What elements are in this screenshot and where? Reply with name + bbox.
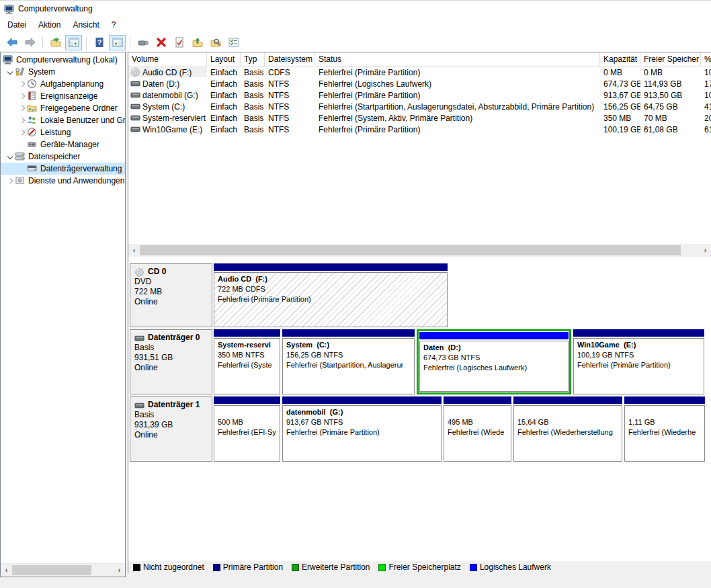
volume-row-audio-cd-f[interactable]: Audio CD (F:)EinfachBasisCDFSFehlerfrei … (128, 67, 711, 78)
scroll-thumb[interactable] (140, 245, 681, 255)
chevron-right-icon[interactable] (19, 93, 25, 99)
cell-layout: Einfach (207, 68, 241, 77)
volume-row-system-reserviert[interactable]: System-reserviertEinfachBasisNTFSFehlerf… (128, 112, 711, 124)
sidebar-item-computerverwaltung-lokal[interactable]: Computerverwaltung (Lokal) (1, 54, 125, 66)
sidebar-item-ger-te-manager[interactable]: Geräte-Manager (1, 138, 125, 151)
back-button[interactable] (3, 35, 20, 50)
scroll-left-arrow-icon[interactable]: ‹ (1, 564, 12, 576)
volume-row-datenmobil-g[interactable]: datenmobil (G:)EinfachBasisNTFSFehlerfre… (128, 89, 711, 101)
partition-body: datenmobil (G:)913,67 GB NTFSFehlerfrei … (282, 405, 442, 462)
folder-arrow-icon (50, 37, 61, 48)
chevron-right-icon[interactable] (19, 118, 25, 123)
menu-item-aktion[interactable]: Aktion (32, 17, 67, 32)
folder-up-button[interactable] (189, 35, 206, 50)
legend-label: Nicht zugeordnet (143, 562, 204, 572)
sidebar-item-datenspeicher[interactable]: Datenspeicher (1, 151, 125, 163)
tree-expander[interactable] (17, 106, 27, 110)
cell-status: Fehlerfrei (Primäre Partition) (315, 125, 600, 134)
tree-expander[interactable] (17, 130, 27, 134)
primary-partition-strip (444, 396, 511, 404)
primary-partition-strip (624, 396, 705, 404)
cell-typ: Basis (241, 68, 265, 77)
column-header-layout[interactable]: Layout (207, 52, 241, 66)
forward-button[interactable] (22, 35, 38, 50)
sidebar-item-system[interactable]: System (1, 66, 125, 78)
column-header-dateisystem[interactable]: Dateisystem (265, 52, 315, 66)
sidebar-item-aufgabenplanung[interactable]: Aufgabenplanung (1, 78, 125, 90)
volume-row-win10game-e[interactable]: Win10Game (E:)EinfachBasisNTFSFehlerfrei… (128, 124, 711, 135)
show-console-tree-button[interactable] (65, 35, 82, 50)
tree-horizontal-scrollbar[interactable]: ‹ › (1, 563, 125, 577)
disk-tool-button[interactable] (134, 35, 151, 50)
check-volume-button[interactable] (171, 35, 187, 50)
partition-datenmobil-g[interactable]: datenmobil (G:)913,67 GB NTFSFehlerfrei … (282, 396, 442, 462)
chevron-right-icon[interactable] (7, 178, 13, 183)
sidebar-item-ereignisanzeige[interactable]: Ereignisanzeige (1, 90, 125, 102)
menu-item-help[interactable]: ? (106, 17, 122, 32)
column-header-volume[interactable]: Volume (128, 52, 207, 66)
drive-icon (130, 113, 140, 123)
column-header-typ[interactable]: Typ (241, 52, 265, 66)
show-action-pane-button[interactable] (109, 35, 126, 50)
sidebar-item-datentr-gerverwaltung[interactable]: Datenträgerverwaltung (1, 163, 125, 175)
menu-item-ansicht[interactable]: Ansicht (67, 17, 105, 32)
partition-status: Fehlerfrei (Wiede (448, 427, 511, 437)
sidebar-item-lokale-benutzer-und-gru[interactable]: Lokale Benutzer und Gru (1, 114, 125, 126)
column-header-freier-speicher[interactable]: Freier Speicher (640, 52, 701, 66)
partition-system-reservi[interactable]: System-reservi350 MB NTFSFehlerfrei (Sys… (214, 329, 280, 394)
chevron-down-icon[interactable] (7, 154, 13, 159)
chevron-right-icon[interactable] (19, 81, 25, 87)
column-header-frei[interactable]: % frei (701, 52, 711, 66)
chevron-right-icon[interactable] (19, 130, 25, 135)
disk-header-datentr-ger-1[interactable]: Datenträger 1Basis931,39 GBOnline (130, 396, 212, 462)
tree-expander[interactable] (5, 179, 15, 183)
sidebar-item-freigegebene-ordner[interactable]: Freigegebene Ordner (1, 102, 125, 114)
scroll-thumb[interactable] (12, 565, 91, 575)
primary-partition-strip (214, 329, 280, 337)
column-header-kapazit-t[interactable]: Kapazität (600, 52, 640, 66)
partition-495-mb[interactable]: 495 MBFehlerfrei (Wiede (444, 396, 511, 462)
delete-volume-button[interactable] (153, 35, 169, 50)
partition-size: 1,11 GB (628, 417, 704, 427)
partition-audio-cd-f[interactable]: Audio CD (F:)722 MB CDFSFehlerfrei (Prim… (214, 263, 448, 327)
chevron-right-icon[interactable] (19, 106, 25, 111)
folder-search-button[interactable] (207, 35, 224, 50)
tree-expander[interactable] (5, 155, 15, 159)
cd-icon (134, 267, 145, 277)
partition-body: System-reservi350 MB NTFSFehlerfrei (Sys… (214, 338, 280, 394)
volume-row-daten-d[interactable]: Daten (D:)EinfachBasisNTFSFehlerfrei (Lo… (128, 78, 711, 89)
volume-name: System (C:) (142, 102, 185, 112)
task-list-button[interactable] (225, 35, 242, 50)
partition-500-mb[interactable]: 500 MBFehlerfrei (EFI-Sy (214, 396, 280, 462)
list-horizontal-scrollbar[interactable]: ‹ › (128, 244, 711, 257)
partition-name (218, 407, 280, 417)
partition-15-64-gb[interactable]: 15,64 GBFehlerfrei (Wiederherstellung (513, 396, 622, 462)
disk-name: Datenträger 1 (148, 400, 200, 410)
tree-expander[interactable] (5, 70, 15, 74)
disk-header-cd-0[interactable]: CD 0DVD722 MBOnline (130, 263, 212, 327)
sidebar-item-dienste-und-anwendungen[interactable]: Dienste und Anwendungen (1, 175, 125, 187)
partition-daten-d[interactable]: Daten (D:)674,73 GB NTFSFehlerfrei (Logi… (419, 332, 569, 392)
partition-win10game-e[interactable]: Win10Game (E:)100,19 GB NTFSFehlerfrei (… (573, 329, 704, 394)
partition-system-c[interactable]: System (C:)156,25 GB NTFSFehlerfrei (Sta… (282, 329, 415, 394)
sidebar-item-leistung[interactable]: Leistung (1, 126, 125, 138)
help-button[interactable]: ? (91, 35, 108, 50)
partition-1-11-gb[interactable]: 1,11 GBFehlerfrei (Wiederhe (624, 396, 705, 462)
chevron-down-icon[interactable] (7, 69, 13, 75)
menu-item-datei[interactable]: Datei (1, 17, 32, 32)
tree-expander[interactable] (17, 82, 27, 86)
disk-header-datentr-ger-0[interactable]: Datenträger 0Basis931,51 GBOnline (130, 329, 212, 394)
tree-expander[interactable] (17, 118, 27, 122)
cell-frei: 100 % (701, 91, 711, 100)
toolbar-separator (130, 36, 130, 49)
cell-layout: Einfach (207, 114, 241, 123)
scroll-right-arrow-icon[interactable]: › (114, 564, 125, 576)
legend-color-swatch (292, 564, 299, 571)
scroll-right-arrow-icon[interactable]: › (700, 245, 711, 256)
export-list-button[interactable] (47, 35, 64, 50)
tree-expander[interactable] (17, 94, 27, 98)
scroll-left-arrow-icon[interactable]: ‹ (128, 245, 140, 256)
volume-row-system-c[interactable]: System (C:)EinfachBasisNTFSFehlerfrei (S… (128, 101, 711, 112)
primary-partition-strip (282, 329, 415, 337)
column-header-status[interactable]: Status (315, 52, 600, 66)
